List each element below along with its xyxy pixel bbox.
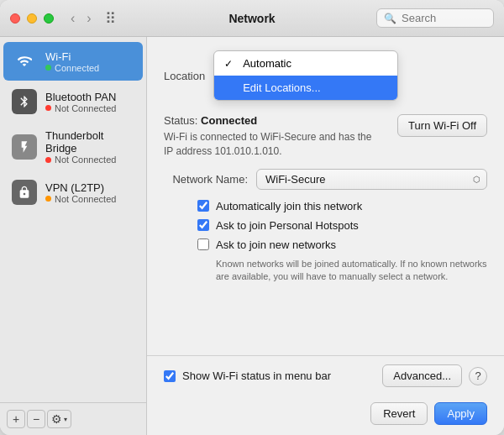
vpn-status: Not Connected — [45, 194, 116, 204]
sidebar-list: Wi-Fi Connected Bluetooth PAN — [0, 37, 146, 402]
personal-hotspot-checkbox-row[interactable]: Ask to join Personal Hotspots — [197, 219, 487, 232]
thunderbolt-info: Thunderbolt Bridge Not Connected — [45, 129, 134, 165]
bluetooth-name: Bluetooth PAN — [45, 91, 116, 103]
status-info: Status: Connected Wi-Fi is connected to … — [164, 114, 382, 159]
checkmark-automatic: ✓ — [224, 58, 236, 70]
maximize-button[interactable] — [44, 13, 54, 24]
bottom-actions: Advanced... ? — [382, 364, 487, 387]
search-icon: 🔍 — [384, 13, 396, 24]
vpn-name: VPN (L2TP) — [45, 181, 116, 194]
sidebar-item-vpn[interactable]: VPN (L2TP) Not Connected — [3, 173, 143, 212]
titlebar: ‹ › ⠿ Network 🔍 — [0, 0, 504, 37]
dropdown-label-automatic: Automatic — [243, 57, 291, 70]
location-dropdown-wrapper: ✓ Automatic Edit Locations... — [213, 50, 398, 101]
thunderbolt-name: Thunderbolt Bridge — [45, 129, 134, 155]
wifi-status-dot — [45, 65, 51, 71]
wifi-name: Wi-Fi — [45, 50, 99, 63]
remove-network-button[interactable]: − — [27, 410, 45, 428]
wifi-status: Connected — [45, 63, 99, 73]
dropdown-item-automatic[interactable]: ✓ Automatic — [214, 51, 397, 76]
location-row: Location ✓ Automatic Edit Locations... — [164, 50, 487, 101]
wifi-icon — [12, 49, 37, 74]
show-wifi-label: Show Wi-Fi status in menu bar — [182, 369, 331, 382]
forward-button[interactable]: › — [83, 10, 94, 27]
close-button[interactable] — [10, 13, 20, 24]
apply-button[interactable]: Apply — [434, 402, 487, 425]
personal-hotspot-checkbox[interactable] — [197, 219, 209, 231]
sidebar-footer: + − ⚙ ▾ — [0, 402, 146, 435]
revert-button[interactable]: Revert — [370, 402, 428, 425]
checkbox-section: Automatically join this network Ask to j… — [164, 200, 487, 284]
show-wifi-checkbox-row[interactable]: Show Wi-Fi status in menu bar — [164, 369, 331, 382]
add-network-button[interactable]: + — [7, 410, 25, 428]
bottom-bar: Show Wi-Fi status in menu bar Advanced..… — [147, 355, 504, 396]
thunderbolt-status: Not Connected — [45, 155, 134, 165]
bluetooth-info: Bluetooth PAN Not Connected — [45, 91, 116, 113]
show-wifi-checkbox[interactable] — [164, 370, 176, 382]
search-input[interactable] — [402, 12, 486, 24]
bluetooth-status-dot — [45, 105, 51, 111]
dropdown-item-edit-locations[interactable]: Edit Locations... — [214, 76, 397, 100]
new-networks-checkbox-row[interactable]: Ask to join new networks — [197, 238, 487, 251]
help-button[interactable]: ? — [469, 367, 487, 385]
network-window: ‹ › ⠿ Network 🔍 Wi-Fi — [0, 0, 504, 435]
traffic-lights — [10, 13, 54, 24]
back-button[interactable]: ‹ — [67, 10, 78, 27]
new-networks-label: Ask to join new networks — [216, 238, 336, 251]
network-name-select-wrapper: WiFi-Secure Other... ⬡ — [256, 169, 487, 190]
status-description: Wi-Fi is connected to WiFi-Secure and ha… — [164, 130, 382, 159]
checkbox-description: Known networks will be joined automatica… — [197, 258, 487, 284]
personal-hotspot-label: Ask to join Personal Hotspots — [216, 219, 359, 232]
window-footer: Revert Apply — [147, 396, 504, 435]
sidebar-item-wifi[interactable]: Wi-Fi Connected — [3, 42, 143, 81]
network-name-label: Network Name: — [164, 173, 248, 186]
auto-join-checkbox-row[interactable]: Automatically join this network — [197, 200, 487, 212]
sidebar-item-thunderbolt[interactable]: Thunderbolt Bridge Not Connected — [3, 123, 143, 171]
main-content: Wi-Fi Connected Bluetooth PAN — [0, 37, 504, 435]
bluetooth-icon — [12, 89, 37, 114]
sidebar: Wi-Fi Connected Bluetooth PAN — [0, 37, 147, 435]
status-line: Status: Connected — [164, 114, 382, 127]
wifi-info: Wi-Fi Connected — [45, 50, 99, 73]
network-name-row: Network Name: WiFi-Secure Other... ⬡ — [164, 169, 487, 190]
thunderbolt-icon — [12, 134, 37, 160]
advanced-button[interactable]: Advanced... — [382, 364, 462, 387]
action-button[interactable]: ⚙ ▾ — [47, 410, 71, 428]
window-title: Network — [228, 12, 275, 25]
search-box[interactable]: 🔍 — [376, 8, 494, 28]
grid-button[interactable]: ⠿ — [103, 8, 118, 29]
auto-join-checkbox[interactable] — [197, 200, 209, 212]
vpn-icon — [12, 180, 37, 205]
right-panel: Location ✓ Automatic Edit Locations... — [147, 37, 504, 435]
turn-wifi-off-button[interactable]: Turn Wi-Fi Off — [397, 114, 487, 137]
bluetooth-status: Not Connected — [45, 103, 116, 113]
auto-join-label: Automatically join this network — [216, 200, 362, 212]
panel-inner: Location ✓ Automatic Edit Locations... — [147, 37, 504, 355]
location-dropdown[interactable]: ✓ Automatic Edit Locations... — [213, 50, 398, 101]
vpn-info: VPN (L2TP) Not Connected — [45, 181, 116, 204]
status-row: Status: Connected Wi-Fi is connected to … — [164, 114, 487, 159]
new-networks-checkbox[interactable] — [197, 238, 209, 250]
network-name-select[interactable]: WiFi-Secure Other... — [256, 169, 487, 190]
nav-buttons: ‹ › — [67, 10, 95, 27]
location-label: Location — [164, 70, 205, 82]
sidebar-item-bluetooth[interactable]: Bluetooth PAN Not Connected — [3, 82, 143, 121]
thunderbolt-status-dot — [45, 157, 51, 163]
show-wifi-row: Show Wi-Fi status in menu bar — [164, 369, 374, 382]
status-value: Connected — [201, 114, 257, 127]
dropdown-label-edit: Edit Locations... — [243, 81, 321, 94]
vpn-status-dot — [45, 196, 51, 202]
minimize-button[interactable] — [27, 13, 37, 24]
